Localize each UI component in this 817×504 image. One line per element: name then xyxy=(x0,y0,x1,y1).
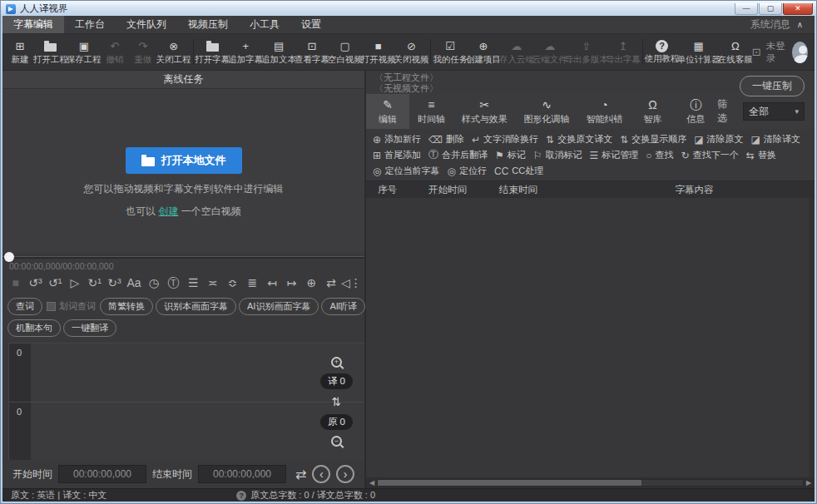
one-click-translate-button[interactable]: 一键翻译 xyxy=(63,319,116,337)
jump-start-icon[interactable]: ↤ xyxy=(262,272,282,294)
mark-button[interactable]: ⚑标记 xyxy=(495,149,526,161)
seek-bar[interactable] xyxy=(2,253,364,261)
toolbar-append-subtitle[interactable]: +追加字幕 xyxy=(229,34,262,70)
swap-vertical-icon[interactable]: ⇅ xyxy=(332,395,342,408)
menu-file-queue[interactable]: 文件队列 xyxy=(116,16,177,33)
forward-1s-icon[interactable]: ↻¹ xyxy=(85,272,105,294)
menu-settings[interactable]: 设置 xyxy=(290,16,332,33)
ai-transcribe-button[interactable]: AI听译 xyxy=(321,298,364,315)
delete-button[interactable]: ⌫删除 xyxy=(428,133,464,146)
text-style-icon[interactable]: Ⓣ xyxy=(164,272,184,294)
jump-end-icon[interactable]: ↦ xyxy=(282,272,302,294)
video-drop-area[interactable]: 打开本地文件 您可以拖动视频和字幕文件到软件中进行编辑 也可以 创建 一个空白视… xyxy=(2,89,364,253)
next-subtitle-button[interactable]: › xyxy=(336,465,354,483)
toolbar-append-text[interactable]: ▤追加文本 xyxy=(262,34,295,70)
translation-editor[interactable]: 0 xyxy=(9,343,364,402)
tab-edit[interactable]: ✎编辑 xyxy=(366,94,409,129)
cc-process-button[interactable]: CCCC处理 xyxy=(494,165,543,177)
toolbar-open-subtitle[interactable]: 打开字幕 xyxy=(196,34,229,70)
close-button[interactable]: ✕ xyxy=(783,3,813,15)
toolbar-open-video[interactable]: ■打开视频 xyxy=(362,34,395,70)
menu-workbench[interactable]: 工作台 xyxy=(64,16,116,33)
align-lines-icon[interactable]: ≣ xyxy=(242,272,262,294)
end-time-input[interactable] xyxy=(198,465,286,483)
simplified-traditional-button[interactable]: 简繁转换 xyxy=(100,298,153,315)
help-icon[interactable]: ? xyxy=(236,491,246,501)
menu-tools[interactable]: 小工具 xyxy=(239,16,290,33)
system-message[interactable]: 系统消息 ∧ xyxy=(750,16,815,33)
open-local-file-button[interactable]: 打开本地文件 xyxy=(126,147,242,174)
menu-video-encode[interactable]: 视频压制 xyxy=(177,16,239,33)
ocr-frame-subtitle-button[interactable]: 识别本画面字幕 xyxy=(156,298,236,315)
tune-sliders-icon[interactable]: ☰ xyxy=(183,272,203,294)
remove-linebreak-button[interactable]: ↵文字消除换行 xyxy=(472,133,538,146)
toolbar-blank-video[interactable]: ▢空白视频 xyxy=(329,34,362,70)
loop-swap-icon[interactable]: ⇄ xyxy=(295,467,306,482)
toolbar-save-to-cloud[interactable]: ☁存入云端 xyxy=(500,34,533,70)
clear-source-button[interactable]: ◪清除原文 xyxy=(694,133,743,146)
replace-button[interactable]: ⇆替换 xyxy=(746,149,776,161)
add-line-button[interactable]: ⊕添加新行 xyxy=(373,133,421,146)
seek-handle[interactable] xyxy=(4,252,14,262)
prev-subtitle-button[interactable]: ‹ xyxy=(312,465,330,483)
zoom-out-icon[interactable]: − xyxy=(331,436,342,447)
vertical-scrollbar[interactable] xyxy=(809,198,815,477)
rewind-3s-icon[interactable]: ↺³ xyxy=(26,272,46,294)
tab-styles-effects[interactable]: ✂样式与效果 xyxy=(453,94,516,129)
toolbar-my-tasks[interactable]: ☑我的任务 xyxy=(433,34,467,70)
toolbar-export-subtitle[interactable]: ↥导出字幕 xyxy=(607,34,640,70)
subtitle-merge-icon[interactable]: ≍ xyxy=(203,272,223,294)
forward-3s-icon[interactable]: ↻³ xyxy=(105,272,125,294)
create-blank-video-link[interactable]: 创建 xyxy=(159,205,179,217)
toolbar-open-project[interactable]: 打开工程 xyxy=(34,34,67,70)
subtitle-table-body[interactable] xyxy=(366,198,815,477)
one-click-compress-button[interactable]: 一键压制 xyxy=(740,76,805,96)
avatar[interactable] xyxy=(792,42,808,63)
maximize-button[interactable]: ▢ xyxy=(759,3,782,15)
add-head-tail-button[interactable]: ⊞首尾添加 xyxy=(373,149,421,161)
locate-target-icon[interactable]: ⊕ xyxy=(302,272,322,294)
mark-manager-button[interactable]: ☰标记管理 xyxy=(590,149,639,161)
font-size-icon[interactable]: Aa xyxy=(124,272,144,294)
tab-knowledge-base[interactable]: Ω智库 xyxy=(631,94,674,129)
toolbar-view-subtitle[interactable]: ⊡查看字幕 xyxy=(295,34,329,70)
toolbar-online-support[interactable]: Ω在线客服 xyxy=(719,34,752,70)
volume-icon[interactable]: ◁⋮ xyxy=(341,272,361,294)
ai-ocr-subtitle-button[interactable]: AI识别画面字幕 xyxy=(239,298,319,315)
find-button[interactable]: ○查找 xyxy=(646,149,673,161)
seek-track[interactable] xyxy=(2,256,364,259)
tab-graphical-axis[interactable]: ∿图形化调轴 xyxy=(516,94,578,129)
toolbar-export-multi[interactable]: ⇧导出多版本 xyxy=(567,34,607,70)
clock-icon[interactable]: ◷ xyxy=(144,272,164,294)
swap-display-order-button[interactable]: ⇅交换显示顺序 xyxy=(620,133,686,146)
filter-select[interactable]: 全部 ▾ xyxy=(743,102,805,121)
swap-source-translation-button[interactable]: ⇅交换原文译文 xyxy=(546,133,612,146)
start-time-input[interactable] xyxy=(58,465,146,483)
unmark-button[interactable]: ⚐取消标记 xyxy=(533,149,582,161)
horizontal-scrollbar[interactable]: ◀ ▶ xyxy=(366,477,815,488)
login-status[interactable]: 未登录 xyxy=(766,40,787,65)
clear-translation-button[interactable]: ◪清除译文 xyxy=(751,133,800,146)
locate-line-button[interactable]: ◎定位行 xyxy=(447,165,486,177)
lookup-word-button[interactable]: 查词 xyxy=(7,298,42,315)
scrollbar-track[interactable] xyxy=(377,479,804,487)
zoom-in-icon[interactable]: + xyxy=(331,357,342,368)
checkbox-icon[interactable] xyxy=(47,302,56,311)
loop-swap-icon[interactable]: ⇄ xyxy=(321,272,341,294)
toolbar-redo[interactable]: ↷重做 xyxy=(129,34,157,70)
original-text-area[interactable] xyxy=(31,403,364,461)
word-select-lookup[interactable]: 划词查词 xyxy=(45,300,97,313)
toolbar-tutorial[interactable]: ?使用教程 xyxy=(646,34,679,70)
original-editor[interactable]: 0 xyxy=(9,402,364,461)
locate-current-subtitle-button[interactable]: ◎定位当前字幕 xyxy=(373,165,439,177)
toolbar-create-project[interactable]: ⊕创建项目 xyxy=(467,34,500,70)
toolbar-close-video[interactable]: ⊘关闭视频 xyxy=(395,34,428,70)
toolbar-cloud-files[interactable]: ☁云端文件 xyxy=(533,34,567,70)
menu-subtitle-edit[interactable]: 字幕编辑 xyxy=(2,16,64,33)
machine-translate-sentence-button[interactable]: 机翻本句 xyxy=(7,319,61,337)
toolbar-close-project[interactable]: ⊗关闭工程 xyxy=(157,34,191,70)
find-next-button[interactable]: ↻查找下一个 xyxy=(681,149,739,161)
scrollbar-thumb[interactable] xyxy=(378,480,641,486)
toolbar-new[interactable]: ⊞新建 xyxy=(6,34,34,70)
toolbar-save-project[interactable]: ▣保存工程 xyxy=(67,34,101,70)
